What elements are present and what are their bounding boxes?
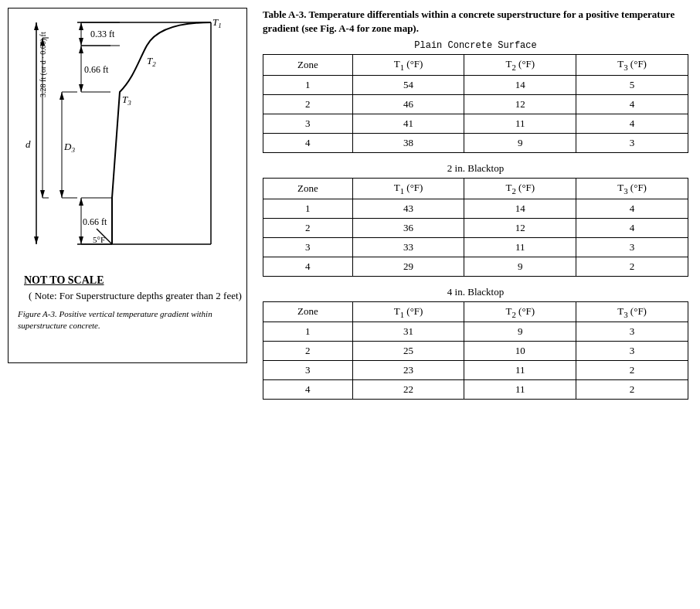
- not-to-scale-label: NOT TO SCALE: [24, 274, 104, 287]
- table-cell: 36: [352, 218, 464, 237]
- two-in-header: 2 in. Blacktop: [263, 162, 688, 175]
- svg-text:0.33 ft: 0.33 ft: [90, 29, 115, 39]
- four-in-table: Zone T1 (°F) T2 (°F) T3 (°F) 13193225103…: [263, 301, 688, 400]
- svg-marker-8: [40, 190, 45, 198]
- table-cell: 11: [464, 237, 576, 257]
- table-cell: 11: [464, 114, 576, 133]
- table-cell: 14: [464, 199, 576, 218]
- note-label: ( Note: For Superstructure depths greate…: [24, 290, 246, 302]
- table-cell: 2: [263, 342, 353, 361]
- table-cell: 3: [263, 361, 353, 380]
- four-in-header-row: Zone T1 (°F) T2 (°F) T3 (°F): [263, 301, 688, 322]
- right-panel: Table A-3. Temperature differentials wit…: [247, 8, 692, 601]
- table-cell: 3: [263, 237, 353, 257]
- col-t1: T1 (°F): [352, 301, 464, 322]
- table-cell: 29: [352, 257, 464, 276]
- table-cell: 3: [576, 322, 688, 342]
- table-cell: 9: [464, 133, 576, 152]
- two-in-header-row: Zone T1 (°F) T2 (°F) T3 (°F): [263, 178, 688, 199]
- table-cell: 43: [352, 199, 464, 218]
- table-cell: 3: [576, 237, 688, 257]
- svg-text:3.28 ft (or d · 0.66) ft: 3.28 ft (or d · 0.66) ft: [39, 32, 48, 97]
- col-zone: Zone: [263, 178, 353, 199]
- col-t3: T3 (°F): [576, 301, 688, 322]
- svg-marker-26: [59, 190, 64, 198]
- svg-marker-39: [79, 198, 83, 206]
- plain-concrete-table: Zone T1 (°F) T2 (°F) T3 (°F) 15414524612…: [263, 54, 688, 153]
- table-cell: 12: [464, 218, 576, 237]
- svg-marker-13: [79, 22, 83, 30]
- svg-marker-2: [34, 22, 39, 30]
- table-cell: 4: [576, 94, 688, 114]
- plain-concrete-header: Plain Concrete Surface: [263, 40, 688, 51]
- table-cell: 4: [263, 257, 353, 276]
- two-in-table: Zone T1 (°F) T2 (°F) T3 (°F) 14314423612…: [263, 178, 688, 277]
- table-row: 246124: [263, 94, 688, 114]
- table-cell: 31: [352, 322, 464, 342]
- svg-marker-40: [79, 236, 83, 244]
- table-row: 42992: [263, 257, 688, 276]
- table-cell: 46: [352, 94, 464, 114]
- table-row: 323112: [263, 361, 688, 380]
- svg-marker-25: [59, 92, 64, 100]
- table-cell: 2: [576, 380, 688, 400]
- table-row: 225103: [263, 342, 688, 361]
- table-cell: 9: [464, 257, 576, 276]
- col-t2: T2 (°F): [464, 55, 576, 76]
- col-t1: T1 (°F): [352, 178, 464, 199]
- col-t1: T1 (°F): [352, 55, 464, 76]
- table-cell: 3: [576, 342, 688, 361]
- svg-text:0.66 ft: 0.66 ft: [84, 64, 109, 75]
- svg-text:T3: T3: [122, 94, 131, 107]
- table-cell: 11: [464, 380, 576, 400]
- table-cell: 22: [352, 380, 464, 400]
- table-cell: 25: [352, 342, 464, 361]
- four-in-header: 4 in. Blacktop: [263, 286, 688, 298]
- svg-text:T1: T1: [212, 16, 222, 29]
- table-row: 154145: [263, 75, 688, 94]
- temperature-gradient-diagram: d 3.28 ft (or d · 0.66) ft 0.33 ft: [16, 16, 239, 271]
- diagram: d 3.28 ft (or d · 0.66) ft 0.33 ft: [16, 16, 239, 271]
- table-cell: 2: [263, 94, 353, 114]
- col-zone: Zone: [263, 301, 353, 322]
- table-cell: 4: [576, 199, 688, 218]
- table-cell: 10: [464, 342, 576, 361]
- svg-marker-3: [34, 236, 39, 244]
- svg-text:0.66 ft: 0.66 ft: [83, 216, 107, 227]
- table-cell: 2: [263, 218, 353, 237]
- table-cell: 14: [464, 75, 576, 94]
- table-cell: 4: [263, 133, 353, 152]
- svg-text:D3: D3: [63, 141, 75, 154]
- table-row: 341114: [263, 114, 688, 133]
- table-cell: 3: [263, 114, 353, 133]
- table-cell: 2: [576, 361, 688, 380]
- table-cell: 11: [464, 361, 576, 380]
- table-row: 333113: [263, 237, 688, 257]
- table-cell: 2: [576, 257, 688, 276]
- col-t2: T2 (°F): [464, 178, 576, 199]
- table-cell: 38: [352, 133, 464, 152]
- table-row: 13193: [263, 322, 688, 342]
- table-cell: 1: [263, 322, 353, 342]
- col-t3: T3 (°F): [576, 178, 688, 199]
- table-cell: 4: [576, 218, 688, 237]
- table-cell: 4: [576, 114, 688, 133]
- table-cell: 1: [263, 199, 353, 218]
- table-cell: 12: [464, 94, 576, 114]
- col-t3: T3 (°F): [576, 55, 688, 76]
- svg-text:T2: T2: [147, 55, 156, 68]
- table-row: 43893: [263, 133, 688, 152]
- svg-marker-14: [79, 38, 83, 46]
- table-cell: 9: [464, 322, 576, 342]
- left-panel: d 3.28 ft (or d · 0.66) ft 0.33 ft: [8, 8, 247, 363]
- table-row: 422112: [263, 380, 688, 400]
- col-zone: Zone: [263, 55, 353, 76]
- table-cell: 33: [352, 237, 464, 257]
- table-cell: 5: [576, 75, 688, 94]
- table-cell: 4: [263, 380, 353, 400]
- table-row: 236124: [263, 218, 688, 237]
- svg-text:5°F: 5°F: [93, 235, 105, 244]
- svg-marker-20: [79, 84, 83, 92]
- col-t2: T2 (°F): [464, 301, 576, 322]
- table-cell: 3: [576, 133, 688, 152]
